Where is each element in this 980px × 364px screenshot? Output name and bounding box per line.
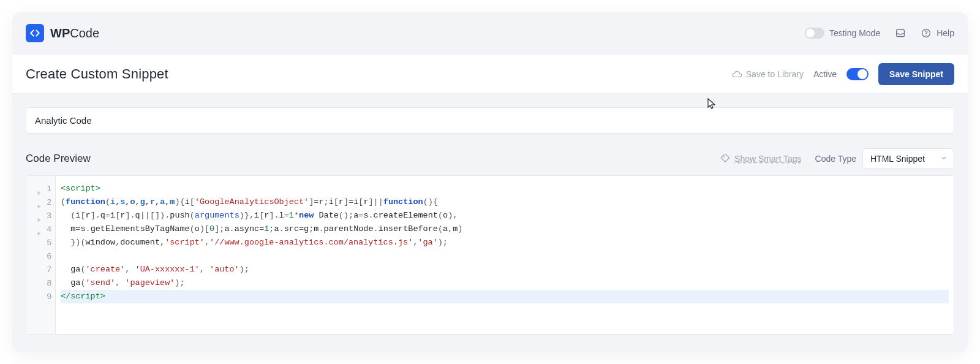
- active-label: Active: [813, 69, 837, 79]
- show-smart-tags-label: Show Smart Tags: [734, 154, 801, 164]
- title-actions: Save to Library Active Save Snippet: [731, 63, 954, 85]
- code-line[interactable]: [61, 249, 949, 263]
- gutter-line: 9: [29, 290, 51, 303]
- fold-triangle-icon[interactable]: [37, 200, 42, 205]
- code-editor[interactable]: 123456789 <script>(function(i,s,o,g,r,a,…: [26, 175, 954, 335]
- topbar-right: Testing Mode Help: [805, 28, 954, 39]
- fold-triangle-icon[interactable]: [37, 227, 42, 232]
- code-line[interactable]: m=s.getElementsByTagName(o)[0];a.async=1…: [61, 222, 949, 236]
- help-group[interactable]: Help: [921, 28, 954, 39]
- code-line[interactable]: ga('create', 'UA-xxxxxx-1', 'auto');: [61, 263, 949, 276]
- preview-tools: Show Smart Tags Code Type HTML Snippet: [720, 148, 954, 169]
- code-line[interactable]: </script>: [61, 290, 949, 303]
- code-type-select[interactable]: HTML Snippet: [862, 148, 954, 169]
- code-type-group: Code Type HTML Snippet: [815, 148, 954, 169]
- gutter-line: 2: [29, 195, 51, 209]
- testing-mode-label: Testing Mode: [829, 28, 880, 38]
- code-line[interactable]: (i[r].q=i[r].q||[]).push(arguments)},i[r…: [61, 209, 949, 222]
- preview-header: Code Preview Show Smart Tags Code Type H…: [26, 148, 954, 169]
- tags-icon: [720, 153, 731, 164]
- brand-name: WPCode: [50, 26, 99, 40]
- inbox-icon[interactable]: [895, 28, 906, 39]
- fold-triangle-icon[interactable]: [37, 213, 42, 218]
- brand: WPCode: [26, 24, 99, 42]
- code-preview-title: Code Preview: [26, 153, 91, 165]
- title-bar: Create Custom Snippet Save to Library Ac…: [12, 54, 968, 94]
- fold-triangle-icon: [37, 294, 42, 299]
- testing-mode-toggle[interactable]: [805, 28, 824, 39]
- svg-point-2: [925, 35, 927, 36]
- gutter-line: 8: [29, 276, 51, 290]
- fold-triangle-icon: [37, 240, 42, 245]
- show-smart-tags[interactable]: Show Smart Tags: [720, 153, 801, 164]
- svg-point-3: [723, 156, 725, 157]
- cloud-icon: [731, 69, 742, 80]
- svg-rect-0: [897, 29, 905, 36]
- gutter-line: 6: [29, 249, 51, 263]
- mouse-cursor-icon: [707, 98, 716, 112]
- code-type-label: Code Type: [815, 154, 856, 164]
- gutter-line: 4: [29, 222, 51, 236]
- brand-logo-icon: [26, 24, 44, 42]
- snippet-name-input[interactable]: [26, 107, 954, 134]
- gutter-line: 5: [29, 236, 51, 249]
- code-type-selected-value: HTML Snippet: [870, 154, 925, 164]
- top-bar: WPCode Testing Mode Help: [12, 12, 968, 54]
- save-snippet-button[interactable]: Save Snippet: [878, 63, 954, 85]
- page-title: Create Custom Snippet: [26, 66, 168, 82]
- help-icon: [921, 28, 932, 39]
- fold-triangle-icon: [37, 281, 42, 286]
- gutter-line: 7: [29, 263, 51, 276]
- code-line[interactable]: <script>: [61, 182, 949, 195]
- app-frame: WPCode Testing Mode Help Create Custom S…: [12, 12, 968, 352]
- workspace: Code Preview Show Smart Tags Code Type H…: [12, 94, 968, 352]
- fold-triangle-icon: [37, 254, 42, 259]
- code-line[interactable]: (function(i,s,o,g,r,a,m){i['GoogleAnalyt…: [61, 195, 949, 209]
- testing-mode-group: Testing Mode: [805, 28, 880, 39]
- save-to-library-label: Save to Library: [746, 69, 804, 79]
- gutter-line: 1: [29, 182, 51, 195]
- save-to-library[interactable]: Save to Library: [731, 69, 804, 80]
- fold-triangle-icon[interactable]: [37, 186, 42, 191]
- fold-triangle-icon: [37, 267, 42, 272]
- code-line[interactable]: ga('send', 'pageview');: [61, 276, 949, 290]
- active-toggle[interactable]: [846, 68, 869, 80]
- code-line[interactable]: })(window,document,'script','//www.googl…: [61, 236, 949, 249]
- editor-code-area[interactable]: <script>(function(i,s,o,g,r,a,m){i['Goog…: [56, 176, 954, 334]
- editor-gutter: 123456789: [26, 176, 56, 334]
- help-label: Help: [937, 28, 954, 38]
- chevron-down-icon: [940, 154, 948, 164]
- gutter-line: 3: [29, 209, 51, 222]
